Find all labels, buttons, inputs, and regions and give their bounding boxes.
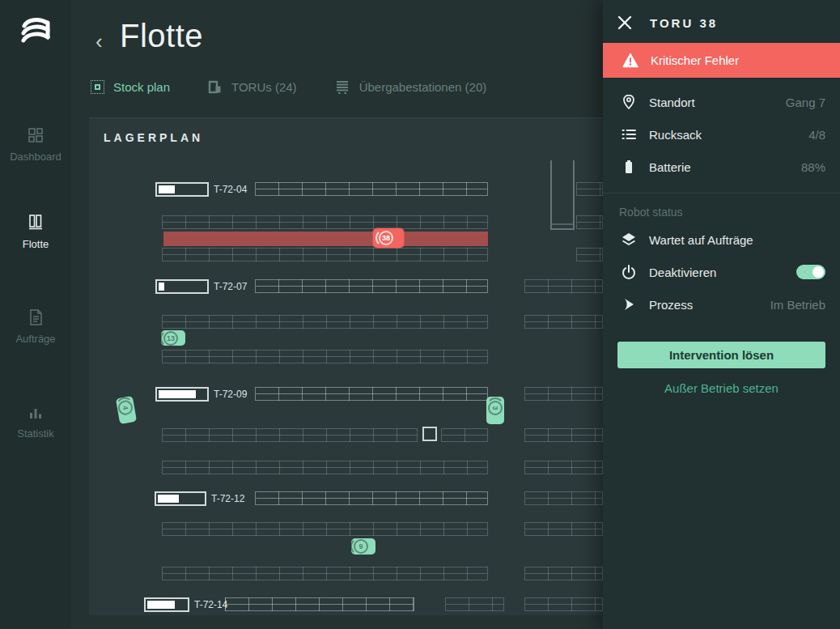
- rack-label: T-72-09: [214, 389, 247, 400]
- tab-torus[interactable]: TORUs (24): [207, 79, 297, 95]
- alert-label: Kritischer Fehler: [651, 53, 739, 67]
- critical-error-banner[interactable]: Kritischer Fehler: [603, 43, 840, 78]
- statistics-icon: [27, 404, 45, 422]
- rack-fill-gauge: [155, 491, 206, 506]
- status-label: Wartet auf Aufträge: [649, 233, 753, 247]
- warehouse-map: LAGERPLAN T-72-04T-72-07T-72-09T-72-12T-…: [89, 117, 603, 615]
- deactivate-toggle[interactable]: [796, 265, 825, 279]
- sidebar-item-auftraege[interactable]: Aufträge: [0, 308, 71, 345]
- shelf-row: [162, 215, 488, 229]
- shelf-row: [162, 350, 488, 363]
- robot-status-section-label: Robot status: [603, 193, 840, 223]
- shelf-row: [162, 461, 488, 474]
- robot-4[interactable]: 4: [116, 396, 137, 424]
- rack-T-72-14[interactable]: T-72-14: [144, 597, 227, 612]
- rack-label: T-72-07: [214, 281, 247, 292]
- toggle-knob: [812, 266, 824, 278]
- shelf-row: [255, 491, 488, 505]
- dock-outline: [550, 160, 575, 230]
- tab-stock-plan[interactable]: Stock plan: [91, 80, 170, 94]
- rack-fill-gauge: [144, 597, 189, 612]
- robot-id: 3: [491, 401, 499, 415]
- shelf-row: [524, 387, 603, 401]
- battery-icon: [619, 158, 638, 176]
- resolve-intervention-button[interactable]: Intervention lösen: [617, 342, 825, 368]
- rack-fill-gauge: [155, 387, 209, 402]
- rack-fill-gauge: [155, 182, 209, 197]
- stat-row-rucksack: Rucksack 4/8: [603, 118, 840, 151]
- shelf-row: [445, 597, 504, 611]
- rack-T-72-12[interactable]: T-72-12: [155, 491, 244, 506]
- shelf-row: [524, 491, 603, 505]
- rack-fill-bar: [159, 185, 175, 193]
- rack-T-72-04[interactable]: T-72-04: [155, 182, 247, 197]
- tab-label: Stock plan: [113, 80, 170, 94]
- shelf-row: [162, 522, 488, 536]
- stat-value: 88%: [801, 160, 825, 174]
- rack-T-72-07[interactable]: T-72-07: [155, 279, 247, 294]
- status-row-deaktivieren: Deaktivieren: [603, 256, 840, 288]
- orders-icon: [26, 308, 45, 327]
- shelf-row: [524, 315, 603, 329]
- tab-uebergabestationen[interactable]: Übergabestationen (20): [334, 79, 487, 95]
- robot-38[interactable]: 38: [373, 228, 404, 248]
- robot-id: 13: [163, 334, 178, 342]
- close-icon[interactable]: [617, 15, 632, 30]
- shelf-row: [576, 215, 603, 229]
- rack-fill-gauge: [155, 279, 209, 294]
- robot-3[interactable]: 3: [486, 397, 504, 424]
- stat-label: Batterie: [649, 160, 691, 174]
- panel-header: TORU 38: [603, 0, 840, 43]
- warning-icon: [622, 53, 638, 68]
- sidebar: Dashboard Flotte Aufträge Statistik: [0, 0, 71, 629]
- highlighted-cell: [422, 427, 437, 441]
- stat-row-standort: Standort Gang 7: [603, 86, 840, 118]
- tab-label: Übergabestationen (20): [359, 80, 487, 94]
- shelf-row: [255, 279, 488, 293]
- out-of-service-link[interactable]: Außer Betrieb setzen: [603, 381, 840, 395]
- sidebar-item-dashboard[interactable]: Dashboard: [0, 125, 71, 163]
- sidebar-item-statistik[interactable]: Statistik: [0, 404, 71, 440]
- stat-value: 4/8: [808, 128, 825, 142]
- tab-bar: Stock plan TORUs (24) Übergabestationen …: [91, 74, 486, 99]
- app-logo: [15, 13, 57, 55]
- shelf-row: [524, 567, 603, 580]
- shelf-row: [441, 428, 488, 442]
- sidebar-item-flotte[interactable]: Flotte: [0, 213, 71, 250]
- rack-fill-bar: [158, 495, 179, 503]
- map-title: LAGERPLAN: [104, 131, 203, 144]
- page-title: Flotte: [120, 18, 203, 54]
- shelf-row: [524, 597, 603, 611]
- robot-9[interactable]: 9: [351, 538, 375, 555]
- dashboard-icon: [26, 125, 45, 145]
- shelf-row: [255, 182, 488, 196]
- error-aisle-highlight: [163, 232, 488, 246]
- back-button[interactable]: ‹: [95, 32, 108, 52]
- shelf-row: [524, 461, 603, 474]
- robot-detail-panel: TORU 38 Kritischer Fehler Standort Gang …: [603, 0, 840, 629]
- rack-T-72-09[interactable]: T-72-09: [155, 387, 247, 402]
- app-window: Dashboard Flotte Aufträge Statistik ‹ Fl…: [0, 0, 840, 629]
- status-value: Im Betrieb: [770, 298, 825, 312]
- stat-label: Standort: [649, 96, 695, 109]
- shelf-row: [255, 387, 488, 401]
- power-icon: [619, 263, 638, 281]
- rack-label: T-72-12: [211, 493, 244, 504]
- shelf-row: [576, 248, 603, 261]
- rack-fill-bar: [159, 283, 164, 291]
- stat-row-batterie: Batterie 88%: [603, 151, 840, 183]
- shelf-row: [576, 182, 603, 196]
- shelf-row: [225, 597, 414, 611]
- shelf-row: [524, 428, 603, 442]
- sidebar-item-label: Statistik: [0, 427, 71, 440]
- robot-stats: Standort Gang 7 Rucksack 4/8: [603, 86, 840, 183]
- robot-13[interactable]: 13: [161, 330, 185, 346]
- panel-title: TORU 38: [650, 16, 718, 30]
- status-label: Deaktivieren: [649, 266, 716, 279]
- robot-id: 38: [379, 234, 393, 242]
- status-row-prozess: Prozess Im Betrieb: [603, 288, 840, 321]
- rack-label: T-72-14: [194, 599, 227, 610]
- stations-icon: [334, 79, 350, 95]
- rack-fill-bar: [147, 601, 175, 609]
- shelf-row: [524, 522, 603, 536]
